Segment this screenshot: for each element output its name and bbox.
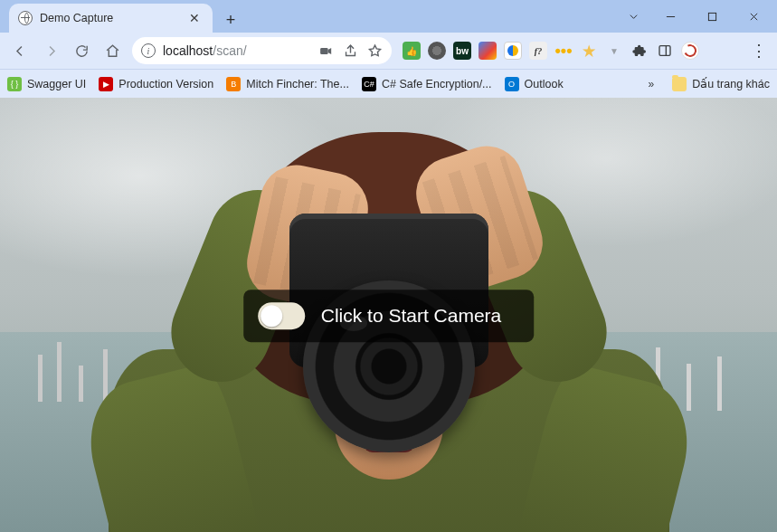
extension-icon[interactable] [504,42,522,60]
bookmark-label: Dấu trang khác [692,77,770,90]
window-maximize-button[interactable] [692,3,732,30]
bookmark-label: Mitch Fincher: The... [246,78,349,90]
bookmarks-bar: { }Swagger UI ▶Production Version BMitch… [0,69,777,98]
address-bar[interactable]: i localhost/scan/ [132,37,392,64]
bookmark-favicon: ▶ [99,77,113,91]
extension-icon[interactable] [479,42,497,60]
bookmarks-overflow-button[interactable]: » [642,78,659,90]
bookmark-item[interactable]: { }Swagger UI [7,77,86,91]
extension-icon[interactable]: f? [529,42,547,60]
svg-rect-2 [659,46,670,56]
other-bookmarks-folder[interactable]: Dấu trang khác [672,77,770,91]
url-text: localhost/scan/ [163,43,311,58]
bookmark-item[interactable]: C#C# Safe Encryption/... [362,77,492,91]
bookmark-favicon: { } [7,77,22,91]
browser-tab[interactable]: Demo Capture ✕ [9,4,213,33]
svg-rect-1 [320,47,328,53]
tab-title: Demo Capture [40,12,178,24]
nav-forward-button[interactable] [36,36,65,65]
extension-icon[interactable]: ▼ [605,42,623,60]
extension-icon[interactable] [681,42,699,60]
bookmark-item[interactable]: ▶Production Version [99,77,213,91]
extension-icon[interactable]: 👍 [403,42,421,60]
camera-permission-icon[interactable] [318,43,334,59]
page-viewport: Click to Start Camera [0,98,777,532]
globe-icon [18,11,33,25]
nav-home-button[interactable] [98,36,127,65]
window-close-button[interactable] [734,3,773,30]
tab-close-button[interactable]: ✕ [185,9,204,27]
bookmark-item[interactable]: OOutlook [505,77,564,91]
start-camera-label: Click to Start Camera [321,305,502,327]
start-camera-button[interactable]: Click to Start Camera [243,290,535,342]
bookmark-star-icon[interactable] [367,43,383,59]
bookmark-favicon: O [505,77,519,91]
new-tab-button[interactable]: + [218,7,243,33]
bookmark-favicon: C# [362,77,376,91]
folder-icon [672,77,687,91]
share-icon[interactable] [343,43,358,59]
svg-rect-0 [708,13,715,20]
bookmark-label: C# Safe Encryption/... [382,78,492,90]
extensions-row: 👍 bw f? ••• ★ ▼ [403,42,744,60]
bookmark-label: Production Version [118,78,213,90]
window-minimize-button[interactable] [650,3,690,30]
bookmark-favicon: B [226,77,241,91]
extension-icon[interactable] [428,42,446,60]
camera-toggle[interactable] [258,302,305,329]
extensions-menu-icon[interactable] [630,42,649,60]
bookmark-label: Swagger UI [27,78,86,90]
extension-icon[interactable]: ★ [580,42,598,60]
bookmark-label: Outlook [525,78,564,90]
browser-menu-button[interactable]: ⋮ [746,41,772,61]
side-panel-icon[interactable] [656,42,674,60]
bookmark-item[interactable]: BMitch Fincher: The... [226,77,349,91]
nav-reload-button[interactable] [67,36,96,65]
nav-back-button[interactable] [5,36,34,65]
extension-icon[interactable]: bw [453,42,471,60]
tab-search-button[interactable] [618,3,649,30]
site-info-icon[interactable]: i [141,43,156,58]
extension-icon[interactable]: ••• [554,42,573,60]
